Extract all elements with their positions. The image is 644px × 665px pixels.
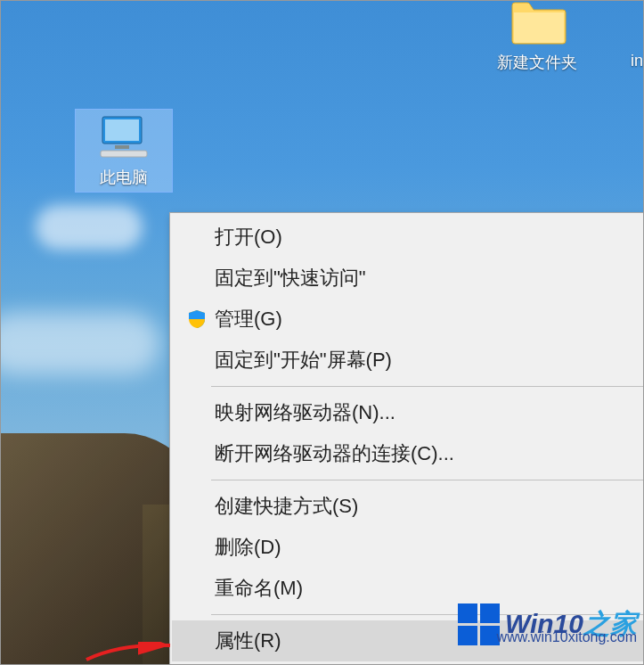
menu-item-manage[interactable]: 管理(G) <box>172 299 644 340</box>
desktop-icon-new-folder[interactable]: 新建文件夹 <box>493 0 582 73</box>
decorative-cloud <box>36 205 143 250</box>
menu-item-disconnect-network-drive[interactable]: 断开网络驱动器的连接(C)... <box>172 433 644 474</box>
menu-item-rename[interactable]: 重命名(M) <box>172 568 644 609</box>
menu-label: 管理(G) <box>215 306 640 332</box>
menu-separator <box>211 614 644 615</box>
menu-item-properties[interactable]: 属性(R) <box>172 620 644 661</box>
desktop-icon-truncated[interactable]: in <box>619 0 644 70</box>
context-menu: 打开(O) 固定到"快速访问" 管理(G) 固定到"开始"屏幕(P) <box>169 212 644 665</box>
svg-rect-1 <box>105 119 139 141</box>
menu-item-pin-start[interactable]: 固定到"开始"屏幕(P) <box>172 340 644 381</box>
desktop-icon-label: in <box>619 52 644 70</box>
folder-icon <box>510 0 564 45</box>
decorative-cloud <box>0 312 160 374</box>
menu-separator <box>211 480 644 480</box>
menu-label: 重命名(M) <box>215 575 640 602</box>
menu-item-open[interactable]: 打开(O) <box>172 217 644 258</box>
menu-label: 删除(D) <box>215 534 640 561</box>
svg-rect-3 <box>101 151 147 157</box>
menu-item-map-network-drive[interactable]: 映射网络驱动器(N)... <box>172 392 644 433</box>
menu-item-delete[interactable]: 删除(D) <box>172 527 644 568</box>
generic-icon <box>619 0 644 45</box>
desktop-icon-label: 新建文件夹 <box>493 52 582 73</box>
svg-rect-2 <box>115 145 129 149</box>
menu-label: 打开(O) <box>215 224 640 250</box>
menu-item-create-shortcut[interactable]: 创建快捷方式(S) <box>172 486 644 527</box>
menu-item-pin-quick-access[interactable]: 固定到"快速访问" <box>172 258 644 299</box>
menu-label: 创建快捷方式(S) <box>215 493 640 520</box>
menu-separator <box>211 386 644 387</box>
menu-label: 属性(R) <box>215 628 640 654</box>
menu-label: 固定到"快速访问" <box>215 265 640 291</box>
desktop-icon-label: 此电脑 <box>79 167 168 188</box>
computer-icon <box>97 115 151 160</box>
menu-label: 映射网络驱动器(N)... <box>215 399 640 426</box>
uac-shield-icon <box>179 308 215 330</box>
menu-label: 断开网络驱动器的连接(C)... <box>215 440 640 467</box>
menu-label: 固定到"开始"屏幕(P) <box>215 347 640 374</box>
desktop-icon-this-pc[interactable]: 此电脑 <box>75 109 173 193</box>
desktop-background[interactable]: 新建文件夹 in 此电脑 打开(O) 固定到"快速访问" <box>0 0 644 665</box>
